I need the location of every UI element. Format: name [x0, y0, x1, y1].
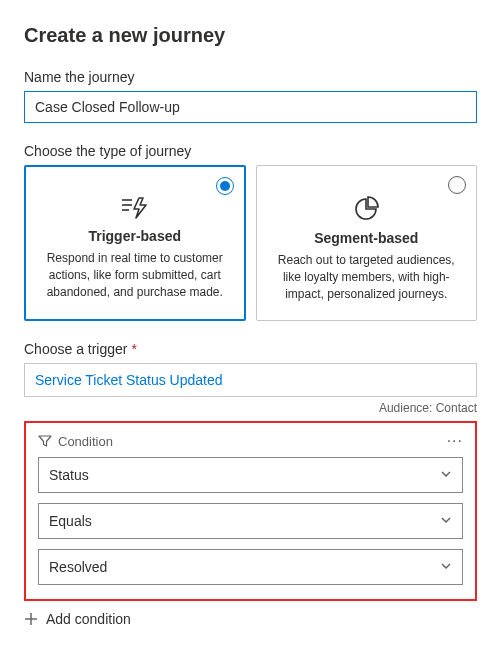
condition-attribute-value: Status — [49, 467, 89, 483]
trigger-value: Service Ticket Status Updated — [35, 372, 223, 388]
radio-unselected-icon — [448, 176, 466, 194]
page-title: Create a new journey — [24, 24, 477, 47]
condition-attribute-select[interactable]: Status — [38, 457, 463, 493]
trigger-card-title: Trigger-based — [41, 228, 229, 244]
required-marker: * — [131, 341, 136, 357]
audience-label: Audience: Contact — [24, 401, 477, 415]
journey-name-input[interactable] — [24, 91, 477, 123]
chevron-down-icon — [440, 467, 452, 483]
journey-type-segment-card[interactable]: Segment-based Reach out to targeted audi… — [256, 165, 478, 321]
condition-value-value: Resolved — [49, 559, 107, 575]
type-label: Choose the type of journey — [24, 143, 477, 159]
trigger-input[interactable]: Service Ticket Status Updated — [24, 363, 477, 397]
trigger-label: Choose a trigger * — [24, 341, 477, 357]
condition-header-label: Condition — [58, 434, 113, 449]
condition-operator-select[interactable]: Equals — [38, 503, 463, 539]
segment-card-desc: Reach out to targeted audiences, like lo… — [273, 252, 461, 302]
trigger-card-desc: Respond in real time to customer actions… — [41, 250, 229, 300]
filter-icon — [38, 434, 52, 448]
add-condition-button[interactable]: Add condition — [24, 611, 477, 627]
bolt-icon — [41, 196, 229, 220]
condition-highlight-box: Condition ··· Status Equals Resolved — [24, 421, 477, 601]
journey-type-trigger-card[interactable]: Trigger-based Respond in real time to cu… — [24, 165, 246, 321]
add-condition-label: Add condition — [46, 611, 131, 627]
chevron-down-icon — [440, 559, 452, 575]
more-icon[interactable]: ··· — [447, 433, 463, 449]
name-label: Name the journey — [24, 69, 477, 85]
condition-value-select[interactable]: Resolved — [38, 549, 463, 585]
segment-card-title: Segment-based — [273, 230, 461, 246]
radio-selected-icon — [216, 177, 234, 195]
pie-chart-icon — [273, 196, 461, 222]
chevron-down-icon — [440, 513, 452, 529]
plus-icon — [24, 612, 38, 626]
condition-operator-value: Equals — [49, 513, 92, 529]
